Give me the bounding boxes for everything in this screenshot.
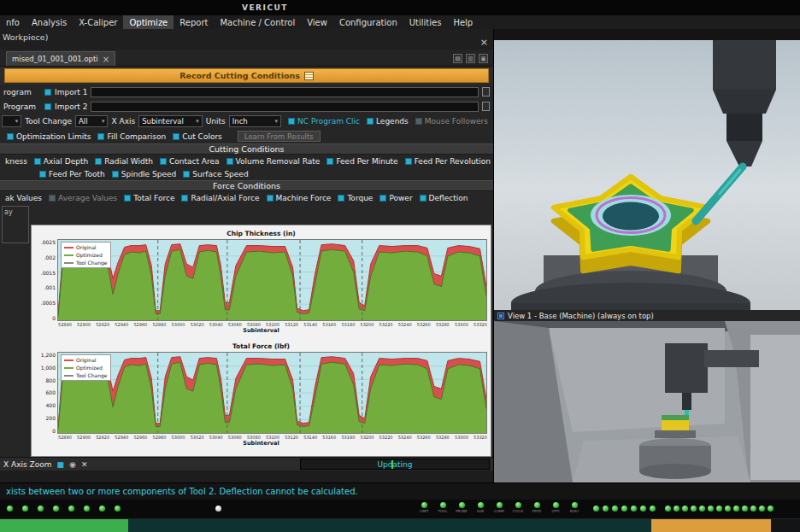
checked-box-icon [7,133,14,140]
checkbox-fill-comparison[interactable]: Fill Comparison [97,132,166,141]
chart-title: Chip Thickness (in) [35,228,487,239]
menu-analysis[interactable]: Analysis [26,15,73,29]
menu-report[interactable]: Report [174,15,214,29]
checkbox-feed-per-minute[interactable]: Feed Per Minute [326,157,397,166]
vericut-window: VERICUT nfoAnalysisX-CaliperOptimizeRepo… [0,0,800,532]
settings-icon[interactable]: ▣ [479,54,488,63]
checkbox-cut-colors[interactable]: Cut Colors [173,132,222,141]
checked-box-icon [34,158,41,165]
led-group-right [665,506,774,512]
led-group-labeled: LIMITTOOLPROBESUBCOMPCYCLEFEEDOPTIBUSY [417,502,581,513]
record-cutting-conditions-button[interactable]: Record Cutting Conditions [4,68,489,83]
checkbox-label: Volume Removal Rate [236,157,321,166]
checkbox-radial-axial-force[interactable]: Radial/Axial Force [181,194,259,202]
checkbox-label: Radial/Axial Force [191,194,259,202]
checked-box-icon [97,133,104,140]
mini-dropdown[interactable]: ▾ [2,115,21,127]
menu-utilities[interactable]: Utilities [403,15,448,29]
menu-optimize[interactable]: Optimize [123,15,174,29]
legend-label: Tool Change [76,371,108,379]
tab-close-icon[interactable]: × [103,55,109,64]
file-icon[interactable] [482,87,490,96]
legend-item-optimized: Optimized [64,251,108,259]
x-axis-labels: 5289052900529205294052960529805300053020… [58,321,487,327]
import1-input[interactable] [91,87,479,97]
cutting-conditions-row-1: knessAxial DepthRadial WidthContact Area… [0,155,493,167]
swatch-icon[interactable]: ■ [57,460,65,469]
close-icon[interactable]: ✕ [81,460,88,469]
menu-machine-control[interactable]: Machine / Control [214,15,301,29]
plot-svg [58,240,486,320]
chart-legend: OriginalOptimizedTool Change [61,242,111,268]
checkbox-ak-values[interactable]: ak Values [5,194,42,202]
record-bar: Record Cutting Conditions [0,67,493,85]
import1-checkbox[interactable] [44,89,51,96]
checkbox-machine-force[interactable]: Machine Force [267,194,332,202]
checkbox-average-values[interactable]: Average Values [49,194,117,202]
checkbox-nc-program-clic[interactable]: NC Program Clic [288,117,360,126]
updating-status-box: Updating [300,459,490,470]
workpiece-3d-view[interactable] [494,40,800,310]
checkbox-volume-removal-rate[interactable]: Volume Removal Rate [226,157,321,166]
import2-input[interactable] [91,102,479,112]
legend-item-original: Original [64,243,108,251]
chevron-down-icon: ▾ [196,118,199,125]
program-row-2: Program Import 2 [0,99,493,114]
machine-3d-view[interactable] [494,321,800,482]
checkbox-surface-speed[interactable]: Surface Speed [183,170,248,178]
tab-opti-file[interactable]: mised_01_001_001.opti × [6,51,115,66]
menu-nfo[interactable]: nfo [0,15,26,29]
chart-chip-thickness: Chip Thickness (in) .0025.002.0015.001.0… [35,228,487,341]
checked-box-icon [181,195,188,202]
checkbox-deflection[interactable]: Deflection [420,194,468,202]
checkbox-radial-width[interactable]: Radial Width [95,157,153,166]
program-label: rogram [3,88,41,96]
legend-line-icon [64,262,74,264]
pin-icon[interactable]: ▤ [453,54,462,63]
y-tick-label: 1,200 [41,352,56,358]
chart-title: Total Force (lbf) [35,341,487,352]
y-axis-labels: 1,2001,0008006004002000 [35,352,57,434]
status-led [768,506,774,512]
checkbox-torque[interactable]: Torque [338,194,373,202]
menu-configuration[interactable]: Configuration [333,15,403,29]
checkbox-feed-per-tooth[interactable]: Feed Per Tooth [39,170,105,178]
checkbox-optimization-limits[interactable]: Optimization Limits [7,132,91,141]
updating-status: Updating [378,460,413,469]
record-button-label: Record Cutting Conditions [179,71,300,80]
plot-area[interactable]: OriginalOptimizedTool Change [57,239,487,321]
tool-change-dropdown[interactable]: All ▾ [75,115,108,127]
file-icon[interactable] [482,102,490,111]
menu-x-caliper[interactable]: X-Caliper [73,15,123,29]
view1-label-bar[interactable]: View 1 - Base (Machine) (always on top) [494,310,800,321]
menu-view[interactable]: View [301,15,333,29]
status-bar: xists between two or more components of … [0,482,800,500]
status-indicator-sub: SUB [474,502,487,513]
window-header: Workpiece) × [0,29,493,50]
checkbox-contact-area[interactable]: Contact Area [160,157,220,166]
checkbox-legends[interactable]: Legends [367,117,409,126]
force-conditions-title: Force Conditions [0,180,493,191]
status-led [534,502,540,508]
status-led [115,506,121,512]
x-axis-dropdown[interactable]: Subinterval ▾ [138,115,203,127]
checkbox-label: Mouse Followers [425,117,488,126]
menu-help[interactable]: Help [447,15,479,29]
view1-checkbox-icon[interactable] [497,313,504,319]
checkbox-total-force[interactable]: Total Force [124,194,174,202]
import2-checkbox[interactable] [44,103,51,110]
control-bar: LIMITTOOLPROBESUBCOMPCYCLEFEEDOPTIBUSY [0,500,800,518]
checkbox-axial-depth[interactable]: Axial Depth [34,157,88,166]
learn-from-results-button[interactable]: Learn From Results [238,131,321,142]
checkbox-label: kness [5,157,27,166]
plot-area[interactable]: OriginalOptimizedTool Change [57,352,487,434]
close-icon[interactable]: × [480,37,488,48]
checkbox-power[interactable]: Power [379,194,412,202]
checkbox-spindle-speed[interactable]: Spindle Speed [112,170,176,178]
edit-icon[interactable]: ▥ [466,54,475,63]
checkbox-mouse-followers[interactable]: Mouse Followers [415,117,488,126]
target-icon[interactable]: ◉ [69,460,76,469]
units-dropdown[interactable]: Inch ▾ [229,115,281,127]
checkbox-feed-per-revolution[interactable]: Feed Per Revolution [405,157,491,166]
checkbox-kness[interactable]: kness [5,157,27,166]
